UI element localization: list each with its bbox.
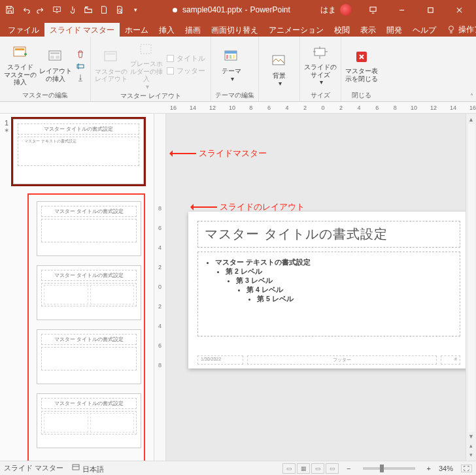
svg-rect-10 [50,56,54,59]
insert-slide-master-icon [11,44,29,62]
master-index: 1 [1,119,12,127]
maximize-icon[interactable] [416,0,445,20]
tab-slide-master[interactable]: スライド マスター [44,23,120,37]
print-preview-icon[interactable] [112,3,127,17]
tell-me-button[interactable]: 操作アシ [441,22,476,37]
slide-size-button[interactable]: スライドのサイズ▾ [304,42,337,86]
master-layout-button: マスターのレイアウト [95,47,128,83]
scroll-up-icon[interactable]: ▲ [467,115,476,124]
tab-insert[interactable]: 挿入 [154,23,180,37]
insert-layout-icon [46,48,65,66]
title-placeholder[interactable]: マスター タイトルの書式設定 [197,221,460,248]
language-indicator[interactable]: 日本語 [71,463,104,474]
group-theme: テーマ▾ テーマの編集 [211,37,259,101]
thumb-slide-master[interactable]: マスター タイトルの書式設定 ・マスター テキストの書式設定 [13,119,144,184]
view-buttons: ▭ ▦ ▭ ▭ [282,463,339,474]
close-icon[interactable] [445,0,473,20]
tab-view[interactable]: 表示 [355,23,381,37]
svg-point-13 [80,78,81,80]
group-size-label: サイズ [304,90,337,100]
thumb-layout[interactable]: マスター タイトルの書式設定 [37,329,141,384]
normal-view-icon[interactable]: ▭ [282,463,296,474]
tab-file[interactable]: ファイル [3,23,44,37]
body-placeholder[interactable]: マスター テキストの書式設定 第 2 レベル 第 3 レベル 第 4 レベル 第… [197,252,460,336]
window-controls [358,0,473,20]
tab-transition[interactable]: 画面切り替え [206,23,264,37]
user-name: はま [320,5,336,16]
zoom-in-icon[interactable]: + [427,465,431,472]
reading-view-icon[interactable]: ▭ [311,463,324,474]
background-button[interactable]: 背景▾ [263,51,296,87]
thumb-master-title: マスター タイトルの書式設定 [18,123,139,135]
chevron-down-icon: ▾ [279,80,282,88]
prev-slide-icon[interactable]: ▴ [467,441,476,450]
thumb-layout[interactable]: マスター タイトルの書式設定 [37,265,141,320]
minimize-icon[interactable] [387,0,416,20]
tab-developer[interactable]: 開発 [381,23,407,37]
zoom-level[interactable]: 34% [439,465,453,472]
quick-access-toolbar: ▾ [3,3,143,17]
group-theme-label: テーマの編集 [215,90,254,100]
ribbon-display-options-icon[interactable] [358,0,387,20]
rename-icon[interactable] [75,61,86,71]
zoom-out-icon[interactable]: − [347,465,350,472]
tab-help[interactable]: ヘルプ [407,23,441,37]
group-master-layout: マスターのレイアウト プレースホルダーの挿入▾ タイトル フッター マスター レ… [91,37,211,101]
thumbnails-pane[interactable]: 1 ✶ マスター タイトルの書式設定 ・マスター テキストの書式設定 マスター … [0,114,154,461]
save-icon[interactable] [3,3,17,17]
tab-animation[interactable]: アニメーション [264,23,329,37]
fit-to-window-icon[interactable]: ⛶ [461,465,472,472]
background-icon [270,52,288,71]
avatar-icon [340,4,352,16]
chevron-down-icon: ▾ [320,78,323,86]
tab-review[interactable]: 校閲 [329,23,355,37]
scroll-down-icon[interactable]: ▼ [467,432,476,441]
sorter-view-icon[interactable]: ▦ [297,463,310,474]
editor-pane: 864202468 スライドマスター スライドのレイアウト マスター タイトルの… [154,114,476,461]
footer-placeholder[interactable]: フッター [247,355,437,365]
next-slide-icon[interactable]: ▾ [467,450,476,459]
group-size: スライドのサイズ▾ サイズ [300,37,341,101]
date-placeholder[interactable]: 1/30/2022 [197,355,243,365]
theme-button[interactable]: テーマ▾ [215,46,248,82]
theme-icon [222,48,241,66]
open-icon[interactable] [81,3,95,17]
thumb-layout[interactable]: マスター タイトルの書式設定 [37,393,141,448]
tab-home[interactable]: ホーム [120,23,154,37]
slide-master-canvas[interactable]: マスター タイトルの書式設定 マスター テキストの書式設定 第 2 レベル 第 … [188,212,466,369]
svg-rect-18 [225,51,237,54]
master-edit-extras [75,46,86,83]
vertical-scrollbar[interactable]: ▲ ▼ ▴ ▾ [466,114,476,461]
ribbon: スライド マスターの挿入 レイアウトの挿入 マスターの編集 マスターのレイアウト… [0,37,476,102]
transition-star-icon: ✶ [1,127,12,134]
slideshow-start-icon[interactable] [50,3,64,17]
redo-icon[interactable] [34,3,48,17]
account-area[interactable]: はま [320,4,352,16]
close-master-view-button[interactable]: マスター表示を閉じる [345,46,378,82]
slide-size-icon [311,44,330,62]
group-master-edit-label: マスターの編集 [4,90,86,100]
preserve-icon[interactable] [75,73,86,83]
thumb-layout[interactable]: マスター タイトルの書式設定 [37,201,141,256]
tab-draw[interactable]: 描画 [180,23,206,37]
insert-slide-master-button[interactable]: スライド マスターの挿入 [4,42,37,86]
master-layout-icon [102,48,120,67]
close-master-icon [352,48,371,66]
new-icon[interactable] [97,3,111,17]
chk-title: タイトル [165,53,207,64]
delete-icon[interactable] [75,49,86,59]
undo-icon[interactable] [18,3,33,17]
slide-canvas-area[interactable]: スライドマスター スライドのレイアウト マスター タイトルの書式設定 マスター … [166,114,466,461]
zoom-slider[interactable] [363,467,415,470]
language-icon [71,463,80,472]
svg-rect-20 [230,55,231,59]
lightbulb-icon [447,25,456,34]
slide-number-placeholder[interactable]: # [441,355,460,365]
thumb-master-body: ・マスター テキストの書式設定 [18,137,139,166]
qat-customize-icon[interactable]: ▾ [128,3,143,17]
slideshow-view-icon[interactable]: ▭ [326,463,339,474]
insert-layout-button[interactable]: レイアウトの挿入 [39,46,72,82]
autosave-indicator-icon [173,8,177,12]
touch-mode-icon[interactable] [65,3,80,17]
collapse-ribbon-icon[interactable]: ˄ [470,93,473,100]
